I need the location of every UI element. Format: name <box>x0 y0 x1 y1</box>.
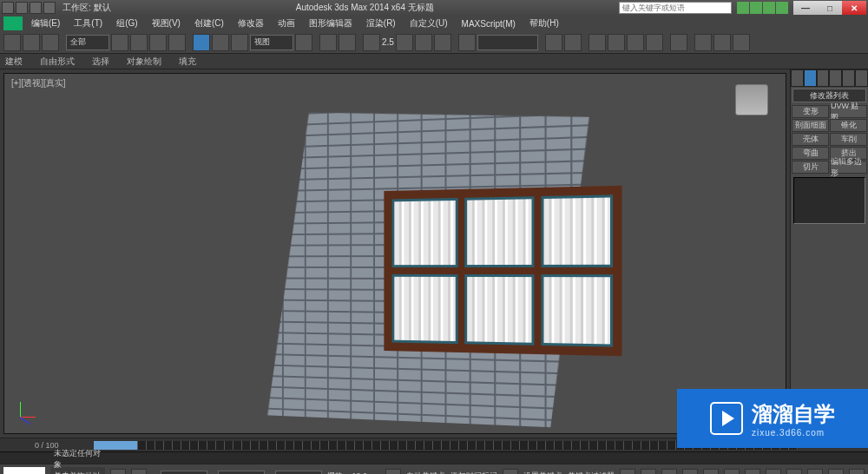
goto-start-icon[interactable] <box>620 469 635 475</box>
render-production-icon[interactable] <box>733 34 750 51</box>
selection-filter-combo[interactable]: 全部 <box>66 35 109 50</box>
select-name-icon[interactable] <box>130 34 148 51</box>
curve-editor-icon[interactable] <box>627 34 644 51</box>
application-button[interactable] <box>3 16 23 30</box>
goto-end-icon[interactable] <box>703 469 719 475</box>
autokey-button[interactable] <box>385 469 401 475</box>
signin-icon[interactable] <box>750 2 762 14</box>
menu-tools[interactable]: 工具(T) <box>69 17 108 30</box>
manipulate-icon[interactable] <box>319 34 337 51</box>
exchange-icon[interactable] <box>763 2 775 14</box>
window-cross-icon[interactable] <box>168 34 186 51</box>
window-close-button[interactable]: ✕ <box>842 1 866 15</box>
snap-percent-icon[interactable] <box>415 34 432 51</box>
menu-edit[interactable]: 编辑(E) <box>26 17 65 30</box>
mirror-icon[interactable] <box>545 34 562 51</box>
unlink-icon[interactable] <box>23 34 40 51</box>
track-bar[interactable] <box>0 451 868 464</box>
infocenter-icon[interactable] <box>737 2 749 14</box>
panel-tab-utilities[interactable] <box>855 69 868 87</box>
viewport-perspective[interactable]: [+][透视][真实] <box>3 73 786 434</box>
material-editor-icon[interactable] <box>670 34 687 51</box>
schematic-icon[interactable] <box>646 34 663 51</box>
addtimetag-label[interactable]: 添加时间标记 <box>450 471 497 474</box>
menu-views[interactable]: 视图(V) <box>147 17 186 30</box>
ribbon-tab-selection[interactable]: 选择 <box>92 56 109 68</box>
zoom-extents-icon[interactable] <box>766 469 781 475</box>
named-selection-combo[interactable] <box>477 35 538 50</box>
ribbon-tab-modeling[interactable]: 建模 <box>5 56 23 68</box>
panel-tab-modify[interactable] <box>804 69 817 87</box>
workspace-selector[interactable]: 工作区: 默认 <box>62 2 111 14</box>
modifier-stack[interactable] <box>793 177 865 224</box>
graphite-icon[interactable] <box>608 34 625 51</box>
zoom-icon[interactable] <box>724 469 740 475</box>
viewport-label[interactable]: [+][透视][真实] <box>11 77 66 89</box>
zoom-all-icon[interactable] <box>745 469 760 475</box>
menu-animation[interactable]: 动画 <box>273 17 300 30</box>
menu-grapheditors[interactable]: 图形编辑器 <box>304 17 358 30</box>
window-maximize-button[interactable]: □ <box>818 1 842 15</box>
quick-link-icon[interactable] <box>43 2 56 14</box>
time-slider-thumb[interactable] <box>94 441 137 450</box>
keyfilter-label[interactable]: 关键点过滤器 <box>568 471 615 474</box>
menu-group[interactable]: 组(G) <box>111 17 142 30</box>
menu-create[interactable]: 创建(C) <box>189 17 229 30</box>
menu-help[interactable]: 帮助(H) <box>524 17 564 30</box>
help-icon[interactable] <box>776 2 788 14</box>
keyboard-shortcut-icon[interactable] <box>339 34 356 51</box>
mod-btn[interactable]: 壳体 <box>792 133 829 146</box>
mod-btn[interactable]: 变形 <box>792 105 829 118</box>
mod-btn[interactable]: 剖面细面 <box>792 119 829 132</box>
fov-icon[interactable] <box>786 469 802 475</box>
select-link-icon[interactable] <box>3 34 21 51</box>
named-selection-icon[interactable] <box>458 34 476 51</box>
ref-coord-combo[interactable]: 视图 <box>250 35 293 50</box>
coord-x-input[interactable] <box>161 471 207 475</box>
menu-modifiers[interactable]: 修改器 <box>233 17 269 30</box>
quick-undo-icon[interactable] <box>16 2 28 14</box>
align-icon[interactable] <box>564 34 582 51</box>
quick-new-icon[interactable] <box>2 2 14 14</box>
maximize-viewport-icon[interactable] <box>849 469 865 475</box>
snap-angle-icon[interactable] <box>396 34 413 51</box>
quick-redo-icon[interactable] <box>30 2 42 14</box>
mod-btn[interactable]: 锥化 <box>830 119 867 132</box>
select-rotate-icon[interactable] <box>212 34 229 51</box>
coord-y-input[interactable] <box>218 471 265 475</box>
panel-tab-hierarchy[interactable] <box>817 69 830 87</box>
menu-rendering[interactable]: 渲染(R) <box>361 17 401 30</box>
setkey-button[interactable] <box>503 469 518 475</box>
select-scale-icon[interactable] <box>231 34 248 51</box>
ribbon-tab-populate[interactable]: 填充 <box>179 56 196 68</box>
menu-customize[interactable]: 自定义(U) <box>404 17 453 30</box>
panel-tab-create[interactable] <box>791 69 804 87</box>
prev-frame-icon[interactable] <box>641 469 656 475</box>
bind-spacewarp-icon[interactable] <box>42 34 59 51</box>
mod-btn[interactable]: 切片 <box>792 161 829 174</box>
next-frame-icon[interactable] <box>682 469 698 475</box>
use-center-icon[interactable] <box>295 34 312 51</box>
snap-2d-icon[interactable] <box>363 34 380 51</box>
select-object-icon[interactable] <box>111 34 128 51</box>
panel-tab-display[interactable] <box>842 69 855 87</box>
select-move-icon[interactable] <box>193 34 210 51</box>
mod-btn[interactable]: 编辑多边形 <box>830 161 867 174</box>
pan-icon[interactable] <box>807 469 823 475</box>
isolate-icon[interactable] <box>131 469 147 475</box>
coord-z-input[interactable] <box>275 471 322 475</box>
ribbon-tab-freeform[interactable]: 自由形式 <box>40 56 75 68</box>
viewcube[interactable] <box>735 84 768 115</box>
lock-selection-icon[interactable] <box>110 469 126 475</box>
help-search-input[interactable] <box>619 2 732 14</box>
render-setup-icon[interactable] <box>694 34 712 51</box>
play-icon[interactable] <box>661 469 677 475</box>
spinner-snap-icon[interactable] <box>434 34 451 51</box>
rendered-frame-icon[interactable] <box>713 34 731 51</box>
select-region-icon[interactable] <box>149 34 167 51</box>
menu-maxscript[interactable]: MAXScript(M) <box>457 19 521 29</box>
window-minimize-button[interactable]: — <box>793 1 818 15</box>
mod-btn[interactable]: UVW 贴图 <box>830 105 867 118</box>
panel-tab-motion[interactable] <box>829 69 842 87</box>
mod-btn[interactable]: 弯曲 <box>792 147 829 160</box>
